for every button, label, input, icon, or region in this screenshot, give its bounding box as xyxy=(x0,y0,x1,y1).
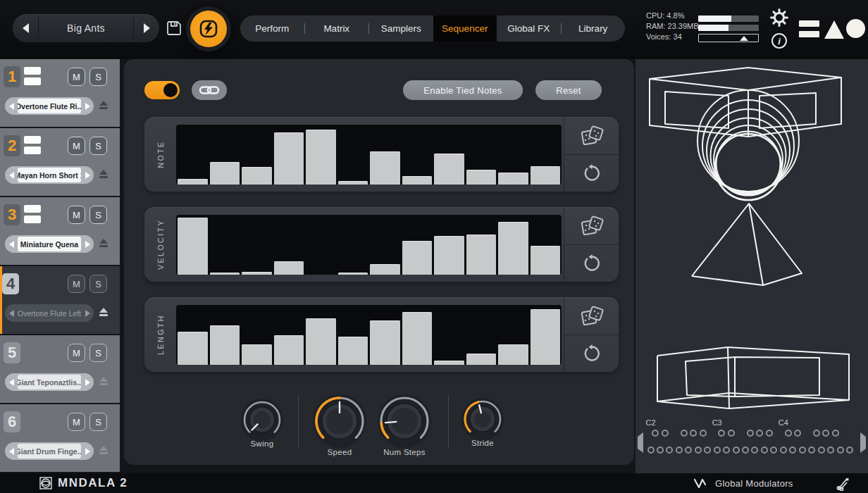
mute-button[interactable]: M xyxy=(68,68,85,86)
step-bar-12[interactable] xyxy=(531,309,561,365)
reset-row-button[interactable] xyxy=(564,244,619,282)
tab-matrix[interactable]: Matrix xyxy=(305,15,369,42)
white-key-dot[interactable] xyxy=(723,447,730,454)
preset-prev-button[interactable] xyxy=(13,14,38,42)
mute-button[interactable]: M xyxy=(68,344,85,362)
reset-row-button[interactable] xyxy=(564,335,619,372)
track-row-1[interactable]: 1MSOvertone Flute Ri... xyxy=(0,59,120,127)
eject-icon[interactable] xyxy=(99,239,108,247)
black-key-dot[interactable] xyxy=(756,430,763,437)
black-key-dot[interactable] xyxy=(718,430,725,437)
white-key-dot[interactable] xyxy=(751,447,758,454)
white-key-dot[interactable] xyxy=(808,447,815,454)
black-key-dot[interactable] xyxy=(766,430,773,437)
step-bar-5[interactable] xyxy=(306,318,336,365)
step-bar-6[interactable] xyxy=(338,273,368,275)
step-bar-7[interactable] xyxy=(370,151,400,185)
sample-next-button[interactable] xyxy=(81,172,94,179)
step-bar-8[interactable] xyxy=(402,241,433,275)
step-bar-8[interactable] xyxy=(402,176,433,185)
sample-next-button[interactable] xyxy=(81,103,94,110)
mute-button[interactable]: M xyxy=(68,275,85,293)
step-bar-8[interactable] xyxy=(402,312,433,365)
sample-prev-button[interactable] xyxy=(5,448,18,455)
track-row-3[interactable]: 3MSMiniature Quena xyxy=(0,197,120,265)
sample-selector[interactable]: Giant Drum Finge... xyxy=(5,442,94,460)
step-bar-4[interactable] xyxy=(274,132,304,185)
step-bar-7[interactable] xyxy=(370,320,400,365)
white-key-dot[interactable] xyxy=(799,447,806,454)
step-bar-6[interactable] xyxy=(338,337,368,365)
white-key-dot[interactable] xyxy=(685,447,692,454)
step-bar-1[interactable] xyxy=(178,179,208,185)
eject-icon[interactable] xyxy=(99,170,108,178)
range-right-arrow[interactable] xyxy=(860,437,866,449)
tab-samplers[interactable]: Samplers xyxy=(369,15,433,42)
info-icon[interactable]: i xyxy=(771,33,787,49)
step-bar-2[interactable] xyxy=(210,162,240,185)
knob-num-steps[interactable] xyxy=(376,392,433,453)
black-key-dot[interactable] xyxy=(794,430,801,437)
sample-prev-button[interactable] xyxy=(5,379,18,386)
step-bar-10[interactable] xyxy=(466,354,497,365)
randomize-button[interactable] xyxy=(564,117,619,154)
white-key-dot[interactable] xyxy=(770,447,777,454)
white-key-dot[interactable] xyxy=(704,447,711,454)
reset-button[interactable]: Reset xyxy=(535,80,602,100)
range-left-arrow[interactable] xyxy=(638,437,643,449)
white-key-dot[interactable] xyxy=(657,447,664,454)
step-chart-velocity[interactable] xyxy=(176,215,562,275)
sample-prev-button[interactable] xyxy=(5,310,18,317)
step-bar-11[interactable] xyxy=(498,173,528,185)
white-key-dot[interactable] xyxy=(714,447,721,454)
step-bar-10[interactable] xyxy=(466,170,497,185)
track-row-2[interactable]: 2MSMayan Horn Short 1 xyxy=(0,128,120,196)
white-key-dot[interactable] xyxy=(761,447,768,454)
solo-button[interactable]: S xyxy=(89,206,107,224)
black-key-dot[interactable] xyxy=(832,430,839,437)
white-key-dot[interactable] xyxy=(666,447,673,454)
knob-swing[interactable] xyxy=(239,397,285,446)
sample-next-button[interactable] xyxy=(81,448,94,455)
sample-prev-button[interactable] xyxy=(5,172,18,179)
mute-button[interactable]: M xyxy=(68,206,85,224)
sample-prev-button[interactable] xyxy=(5,103,18,110)
black-key-dot[interactable] xyxy=(652,430,659,437)
step-bar-2[interactable] xyxy=(210,273,240,275)
step-bar-3[interactable] xyxy=(242,167,272,185)
reset-row-button[interactable] xyxy=(564,154,619,192)
sample-selector[interactable]: Miniature Quena xyxy=(5,235,94,253)
eject-icon[interactable] xyxy=(99,446,108,454)
eject-icon[interactable] xyxy=(99,101,108,109)
sample-next-button[interactable] xyxy=(81,379,94,386)
black-key-dot[interactable] xyxy=(747,430,754,437)
output-slider[interactable] xyxy=(698,34,759,42)
preset-selector[interactable]: Big Ants xyxy=(13,14,159,42)
sample-selector[interactable]: Giant Teponaztlis... xyxy=(5,373,94,391)
step-bar-11[interactable] xyxy=(498,222,528,275)
white-key-dot[interactable] xyxy=(827,447,834,454)
tab-sequencer[interactable]: Sequencer xyxy=(433,15,497,42)
white-key-dot[interactable] xyxy=(837,447,844,454)
white-key-dot[interactable] xyxy=(647,447,655,454)
link-button[interactable] xyxy=(192,80,227,100)
sample-prev-button[interactable] xyxy=(5,241,18,248)
step-bar-9[interactable] xyxy=(434,361,464,365)
white-key-dot[interactable] xyxy=(676,447,683,454)
sample-next-button[interactable] xyxy=(81,241,94,248)
step-bar-9[interactable] xyxy=(434,154,464,185)
white-key-dot[interactable] xyxy=(733,447,740,454)
step-bar-5[interactable] xyxy=(306,130,336,185)
sample-selector[interactable]: Mayan Horn Short 1 xyxy=(5,166,94,184)
global-modulators[interactable]: Global Modulators xyxy=(693,478,793,489)
white-key-dot[interactable] xyxy=(742,447,749,454)
mute-button[interactable]: M xyxy=(68,137,85,155)
solo-button[interactable]: S xyxy=(89,137,107,155)
step-bar-1[interactable] xyxy=(178,332,208,365)
black-key-dot[interactable] xyxy=(728,430,735,437)
sample-next-button[interactable] xyxy=(81,310,94,317)
step-bar-6[interactable] xyxy=(338,181,368,185)
knob-speed[interactable] xyxy=(311,392,368,453)
solo-button[interactable]: S xyxy=(89,68,107,86)
tab-library[interactable]: Library xyxy=(562,15,626,42)
